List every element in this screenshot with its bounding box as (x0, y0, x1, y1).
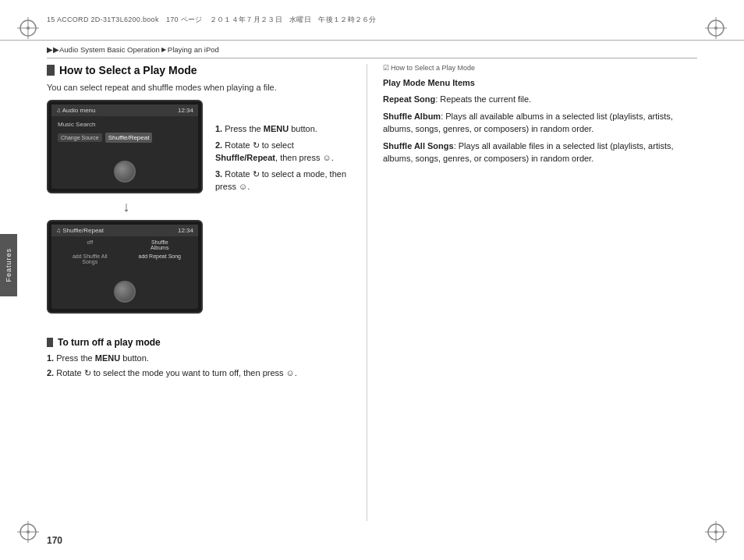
sub-step-2: 2. Rotate ↻ to select the mode you want … (47, 367, 351, 379)
screen1-row2: Change Source Shuffle/Repeat (58, 133, 192, 143)
screen2-grid-bottom: add Shuffle AllSongs add Repeat Song (56, 253, 193, 264)
screen1-title: ♫ Audio menu (56, 107, 95, 114)
sub-section-heading: To turn off a play mode (47, 337, 351, 348)
header-text: 15 ACCORD 2D-31T3L6200.book 170 ページ ２０１４… (47, 15, 377, 25)
svg-point-15 (714, 530, 717, 533)
screen1-inner: ♫ Audio menu 12:34 Music Search Change S… (51, 105, 198, 189)
section-title: How to Select a Play Mode (59, 64, 197, 76)
breadcrumb-item-2: Playing an iPod (168, 45, 219, 54)
screen2-knob (114, 281, 136, 303)
right-section-title: Play Mode Menu Items (383, 78, 697, 87)
intro-text: You can select repeat and shuffle modes … (47, 83, 351, 92)
screen1-knob (114, 161, 136, 183)
corner-decoration-br (702, 518, 730, 546)
breadcrumb: ▶▶Audio System Basic Operation ▶ Playing… (47, 45, 219, 54)
screen2-shuffle-all: add Shuffle AllSongs (56, 253, 124, 264)
right-breadcrumb-check: ☑ (383, 64, 389, 72)
screen1-topbar: ♫ Audio menu 12:34 (51, 105, 198, 116)
step-1: 1. Press the MENU button. (215, 123, 348, 135)
screen2-topbar: ♫ Shuffle/Repeat 12:34 (51, 225, 198, 236)
screen2-inner: ♫ Shuffle/Repeat 12:34 off ShuffleAlbums… (51, 225, 198, 309)
screen2-time: 12:34 (178, 227, 193, 234)
right-item-shuffle-all: Shuffle All Songs: Plays all available f… (383, 140, 697, 165)
screen2-shuffle-albums: ShuffleAlbums (126, 239, 194, 250)
step-3: 3. Rotate ↻ to select a mode, then press… (215, 168, 348, 193)
screen1-time: 12:34 (178, 107, 193, 114)
screen2-wrapper: ♫ Shuffle/Repeat 12:34 off ShuffleAlbums… (47, 220, 203, 314)
breadcrumb-separator: ▶ (161, 46, 166, 53)
screens-container: ♫ Audio menu 12:34 Music Search Change S… (47, 100, 206, 314)
screen1-change-source: Change Source (58, 133, 102, 142)
right-breadcrumb-text: How to Select a Play Mode (391, 64, 475, 72)
right-item-shuffle-album: Shuffle Album: Plays all available album… (383, 111, 697, 135)
arrow-down-icon: ↓ (47, 200, 206, 214)
screen2-title: ♫ Shuffle/Repeat (56, 227, 104, 234)
screen2-mockup: ♫ Shuffle/Repeat 12:34 off ShuffleAlbums… (47, 220, 203, 314)
svg-point-11 (27, 530, 30, 533)
left-column: How to Select a Play Mode You can select… (47, 64, 351, 521)
top-header: 15 ACCORD 2D-31T3L6200.book 170 ページ ２０１４… (0, 0, 744, 41)
screen2-off: off (56, 239, 124, 250)
page-number: 170 (47, 535, 62, 546)
sub-section-turn-off: To turn off a play mode 1. Press the MEN… (47, 337, 351, 380)
screen1-wrapper: ♫ Audio menu 12:34 Music Search Change S… (47, 100, 203, 193)
steps-list: 1. Press the MENU button. 2. Rotate ↻ to… (215, 100, 348, 197)
corner-decoration-bl (14, 518, 42, 546)
screen2-grid-top: off ShuffleAlbums (56, 239, 193, 250)
screen2-repeat-song: add Repeat Song (126, 253, 194, 264)
screen2-content: off ShuffleAlbums add Shuffle AllSongs a… (51, 236, 198, 268)
breadcrumb-divider (47, 58, 697, 58)
side-tab-features: Features (0, 234, 17, 296)
step-2: 2. Rotate ↻ to select Shuffle/Repeat, th… (215, 140, 348, 164)
heading-bar-icon (47, 65, 55, 76)
section-heading: How to Select a Play Mode (47, 64, 351, 76)
right-breadcrumb: ☑ How to Select a Play Mode (383, 64, 697, 72)
breadcrumb-item-1: ▶▶Audio System Basic Operation (47, 45, 160, 54)
side-tab-label: Features (5, 248, 12, 282)
sub-step-1: 1. Press the MENU button. (47, 353, 351, 364)
screen1-mockup: ♫ Audio menu 12:34 Music Search Change S… (47, 100, 203, 193)
sub-heading-bar-icon (47, 338, 53, 347)
screen1-shuffle-repeat: Shuffle/Repeat (105, 133, 153, 143)
main-content: How to Select a Play Mode You can select… (47, 64, 697, 521)
sub-heading-text: To turn off a play mode (58, 337, 161, 348)
screen1-item-1: Music Search (58, 119, 192, 129)
right-column: ☑ How to Select a Play Mode Play Mode Me… (367, 64, 697, 521)
screen1-menu: Music Search Change Source Shuffle/Repea… (51, 116, 198, 146)
right-item-repeat-song: Repeat Song: Repeats the current file. (383, 94, 697, 105)
screens-and-steps: ♫ Audio menu 12:34 Music Search Change S… (47, 100, 351, 323)
